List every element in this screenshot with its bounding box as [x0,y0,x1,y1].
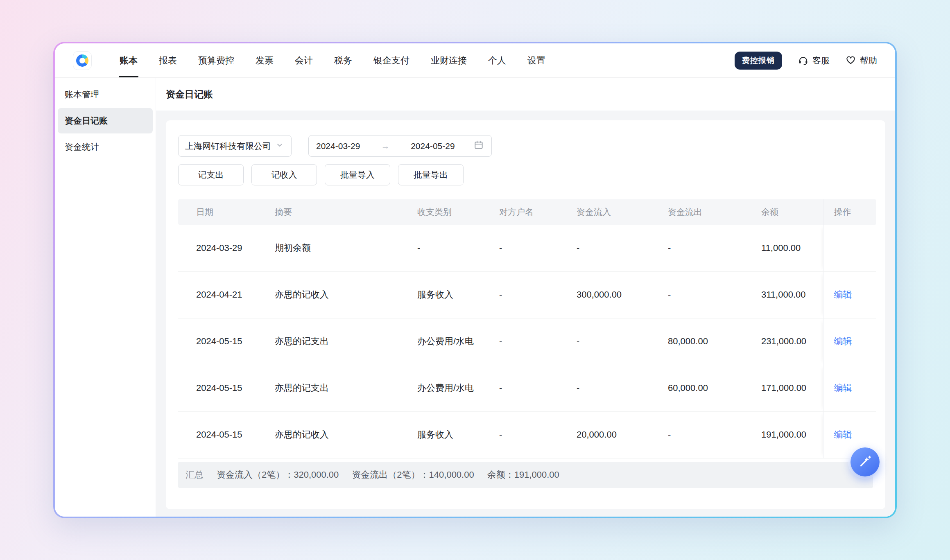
magic-wand-icon [858,454,873,470]
table-row: 2024-03-29 期初余额 - - - - 11,000.00 [178,225,876,271]
ai-assistant-fab[interactable] [850,447,880,476]
cell-action [823,225,876,271]
headset-icon [798,55,809,66]
edit-link[interactable]: 编辑 [834,429,852,440]
date-end-value: 2024-05-29 [411,141,455,151]
batch-export-button[interactable]: 批量导出 [398,164,464,185]
cell-inflow: 20,000.00 [559,411,650,458]
date-range-arrow: → [379,141,392,151]
journal-card: 上海网钉科技有限公司 2024-03-29 → 2024- [166,120,885,509]
filters-row: 上海网钉科技有限公司 2024-03-29 → 2024- [178,135,873,157]
cell-summary: 亦思的记支出 [257,365,399,411]
cell-outflow: 80,000.00 [650,318,743,365]
nav-tab-biz-connect[interactable]: 业财连接 [420,43,477,77]
nav-tab-reports[interactable]: 报表 [148,43,188,77]
cell-outflow: - [650,271,743,318]
cell-date: 2024-03-29 [178,225,257,271]
cell-counterparty: - [481,318,559,365]
cell-counterparty: - [481,225,559,271]
calendar-icon [473,140,484,152]
nav-tab-ledger[interactable]: 账本 [109,43,148,77]
cell-summary: 亦思的记收入 [257,411,399,458]
summary-row: 汇总 资金流入（2笔）：320,000.00 资金流出（2笔）：140,000.… [178,462,873,488]
col-header-inflow: 资金流入 [559,199,650,225]
nav-tab-settings[interactable]: 设置 [517,43,556,77]
summary-inflow-total: 资金流入（2笔）：320,000.00 [217,469,339,481]
nav-tab-personal[interactable]: 个人 [477,43,517,77]
chevron-down-icon [275,140,285,152]
cell-balance: 171,000.00 [743,365,823,411]
col-header-action: 操作 [823,199,876,225]
app-logo-icon[interactable] [73,51,92,70]
heart-icon [845,55,856,66]
content-area: 上海网钉科技有限公司 2024-03-29 → 2024- [156,111,895,517]
nav-tab-invoice[interactable]: 发票 [245,43,284,77]
cell-date: 2024-05-15 [178,411,257,458]
cell-action: 编辑 [823,318,876,365]
table-row: 2024-05-15 亦思的记支出 办公费用/水电 - - 80,000.00 … [178,318,876,365]
edit-link[interactable]: 编辑 [834,336,852,346]
table-header-row: 日期 摘要 收支类别 对方户名 资金流入 资金流出 余额 操作 [178,199,876,225]
date-range-picker[interactable]: 2024-03-29 → 2024-05-29 [308,135,492,157]
actions-row: 记支出 记收入 批量导入 批量导出 [178,164,873,185]
page-header: 资金日记账 [156,78,895,111]
cell-counterparty: - [481,365,559,411]
main-area: 资金日记账 上海网钉科技有限公司 [156,78,895,517]
cell-balance: 191,000.00 [743,411,823,458]
cell-outflow: - [650,411,743,458]
nav-tab-accounting[interactable]: 会计 [284,43,323,77]
col-header-date: 日期 [178,199,257,225]
col-header-balance: 余额 [743,199,823,225]
col-header-category: 收支类别 [399,199,481,225]
record-expense-button[interactable]: 记支出 [178,164,244,185]
customer-service-button[interactable]: 客服 [798,55,830,66]
cell-action: 编辑 [823,271,876,318]
nav-tab-bank-payment[interactable]: 银企支付 [363,43,420,77]
summary-outflow-total: 资金流出（2笔）：140,000.00 [352,469,474,481]
cell-balance: 11,000.00 [743,225,823,271]
journal-table: 日期 摘要 收支类别 对方户名 资金流入 资金流出 余额 操作 [178,199,876,458]
nav-tab-budget[interactable]: 预算费控 [188,43,245,77]
cell-category: 服务收入 [399,411,481,458]
cell-category: 办公费用/水电 [399,365,481,411]
sidebar-item-cash-journal[interactable]: 资金日记账 [58,108,153,133]
cell-date: 2024-05-15 [178,365,257,411]
cell-inflow: - [559,365,650,411]
cell-date: 2024-04-21 [178,271,257,318]
page-title: 资金日记账 [166,88,213,101]
table-row: 2024-05-15 亦思的记支出 办公费用/水电 - - 60,000.00 … [178,365,876,411]
cell-counterparty: - [481,411,559,458]
col-header-counterparty: 对方户名 [481,199,559,225]
nav-tab-tax[interactable]: 税务 [323,43,363,77]
expense-control-badge[interactable]: 费控报销 [735,52,782,70]
table-row: 2024-05-15 亦思的记收入 服务收入 - 20,000.00 - 191… [178,411,876,458]
company-select[interactable]: 上海网钉科技有限公司 [178,135,292,157]
cell-category: 办公费用/水电 [399,318,481,365]
col-header-outflow: 资金流出 [650,199,743,225]
col-header-summary: 摘要 [257,199,399,225]
cell-counterparty: - [481,271,559,318]
cell-summary: 期初余额 [257,225,399,271]
edit-link[interactable]: 编辑 [834,383,852,393]
record-income-button[interactable]: 记收入 [251,164,317,185]
sidebar-item-cash-stats[interactable]: 资金统计 [58,134,153,160]
help-label: 帮助 [860,55,877,66]
nav-right-group: 费控报销 客服 [735,52,877,70]
edit-link[interactable]: 编辑 [834,289,852,300]
sidebar-item-ledger-mgmt[interactable]: 账本管理 [58,82,153,107]
cell-category: - [399,225,481,271]
cell-inflow: - [559,225,650,271]
cell-summary: 亦思的记收入 [257,271,399,318]
help-button[interactable]: 帮助 [845,55,877,66]
app-window: 账本 报表 预算费控 发票 会计 税务 银企支付 业财连接 个人 设置 费控报销 [53,42,897,518]
page-background: 账本 报表 预算费控 发票 会计 税务 银企支付 业财连接 个人 设置 费控报销 [0,0,950,560]
cell-outflow: 60,000.00 [650,365,743,411]
company-select-value: 上海网钉科技有限公司 [185,140,271,152]
date-start-value: 2024-03-29 [316,141,360,151]
cell-balance: 231,000.00 [743,318,823,365]
batch-import-button[interactable]: 批量导入 [325,164,390,185]
logo-swirl-icon [76,54,88,67]
cell-category: 服务收入 [399,271,481,318]
sidebar: 账本管理 资金日记账 资金统计 [55,78,156,517]
top-nav: 账本 报表 预算费控 发票 会计 税务 银企支付 业财连接 个人 设置 费控报销 [55,43,895,78]
